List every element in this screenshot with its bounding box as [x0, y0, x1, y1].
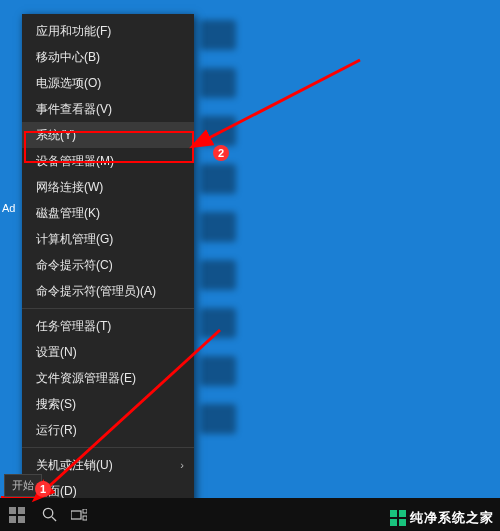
taskview-icon	[71, 509, 87, 521]
menu-item[interactable]: 电源选项(O)	[22, 70, 194, 96]
watermark: 纯净系统之家	[390, 509, 494, 527]
svg-line-5	[51, 517, 55, 521]
menu-item[interactable]: 搜索(S)	[22, 391, 194, 417]
svg-rect-3	[18, 516, 25, 523]
menu-item[interactable]: 文件资源管理器(E)	[22, 365, 194, 391]
menu-item[interactable]: 关机或注销(U)›	[22, 452, 194, 478]
svg-rect-8	[83, 516, 87, 520]
watermark-logo-icon	[390, 510, 406, 526]
chevron-right-icon: ›	[180, 452, 184, 478]
svg-point-4	[43, 508, 52, 517]
taskbar-taskview-icon[interactable]	[64, 498, 94, 531]
desktop-icons-blurred	[200, 20, 240, 434]
annotation-marker-1: 1	[35, 481, 51, 497]
menu-item[interactable]: 计算机管理(G)	[22, 226, 194, 252]
winx-context-menu: 应用和功能(F)移动中心(B)电源选项(O)事件查看器(V)系统(Y)设备管理器…	[22, 14, 194, 508]
start-button[interactable]	[0, 498, 34, 531]
menu-item[interactable]: 应用和功能(F)	[22, 18, 194, 44]
menu-item[interactable]: 命令提示符(管理员)(A)	[22, 278, 194, 304]
menu-separator	[22, 447, 194, 448]
menu-item[interactable]: 事件查看器(V)	[22, 96, 194, 122]
search-icon	[42, 507, 57, 522]
windows-logo-icon	[9, 507, 25, 523]
svg-rect-0	[9, 507, 16, 514]
menu-item[interactable]: 命令提示符(C)	[22, 252, 194, 278]
svg-rect-1	[18, 507, 25, 514]
desktop-label-ad: Ad	[2, 202, 15, 214]
svg-rect-2	[9, 516, 16, 523]
menu-item[interactable]: 设置(N)	[22, 339, 194, 365]
menu-item[interactable]: 系统(Y)	[22, 122, 194, 148]
annotation-marker-2: 2	[213, 145, 229, 161]
menu-separator	[22, 308, 194, 309]
watermark-text: 纯净系统之家	[410, 509, 494, 527]
menu-item[interactable]: 运行(R)	[22, 417, 194, 443]
svg-rect-7	[83, 509, 87, 513]
menu-item[interactable]: 设备管理器(M)	[22, 148, 194, 174]
menu-item[interactable]: 网络连接(W)	[22, 174, 194, 200]
menu-item[interactable]: 任务管理器(T)	[22, 313, 194, 339]
taskbar-search-icon[interactable]	[34, 498, 64, 531]
menu-item[interactable]: 磁盘管理(K)	[22, 200, 194, 226]
menu-item[interactable]: 移动中心(B)	[22, 44, 194, 70]
svg-rect-6	[71, 511, 81, 519]
